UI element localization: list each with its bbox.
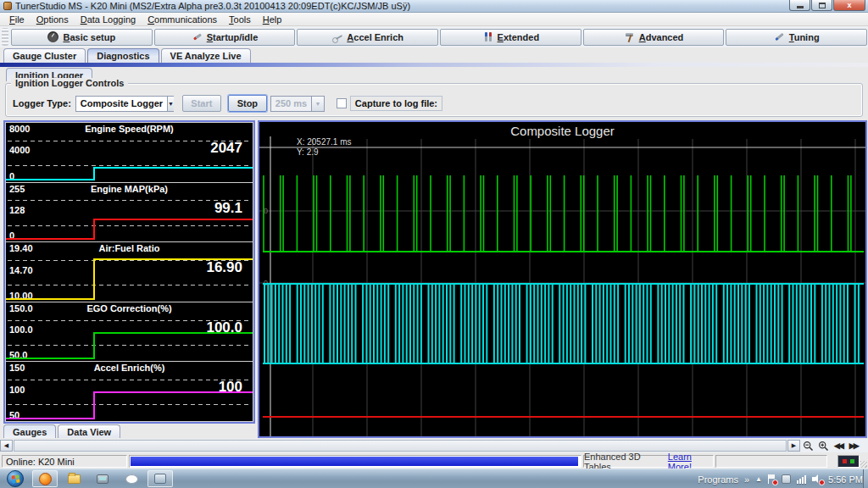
interval-combo[interactable]: 250 ms ▼ [270,96,325,112]
toolbar-button-label: Advanced [639,32,684,42]
tab-gauges[interactable]: Gauges [3,424,56,438]
toolbar-button-extended[interactable]: Extended [440,29,581,46]
trace-baseline [6,179,93,180]
taskbar-button-firefox[interactable] [32,470,58,487]
status-empty-box [715,455,827,468]
gauge-value: 99.1 [214,200,242,217]
group-title: Ignition Logger Controls [11,78,128,88]
minimize-button[interactable] [789,0,810,11]
series-tach-pulses [263,175,864,252]
toolbar-button-label: Accel Enrich [347,32,403,42]
taskbar-button-messenger[interactable] [119,470,144,487]
step-forward-icon[interactable]: ▶▶ [849,441,858,450]
status-bar: Online: K20 Mini Enhanced 3D Tables Lear… [0,454,868,469]
toolbar-grip[interactable] [2,28,8,46]
start-button[interactable]: Start [182,95,221,112]
dashed-gridline [8,285,251,286]
dashed-gridline [8,141,251,141]
progress-bar [129,455,581,468]
composite-logger-chart[interactable]: X: 20527.1 msY: 2.900Composite Logger [258,120,867,438]
mute-badge [819,480,825,485]
tab-diagnostics[interactable]: Diagnostics [87,48,159,63]
menu-file[interactable]: File [3,14,31,25]
resize-grip[interactable] [860,461,867,468]
tab-ve-analyze-live[interactable]: VE Analyze Live [161,48,251,63]
scroll-left-icon[interactable]: ◀ [0,440,13,452]
chevron-down-icon[interactable]: ▼ [167,97,174,111]
step-back-icon[interactable]: ◀◀ [834,441,843,450]
programs-label[interactable]: Programs [698,474,738,485]
dashed-gridline [8,404,251,405]
action-center-flag-icon[interactable] [768,474,776,484]
taskbar-button-computer[interactable] [90,470,115,487]
gauge-title: Air:Fuel Ratio [6,243,253,253]
zoom-out-icon[interactable] [801,440,815,452]
menu-data-logging[interactable]: Data Logging [75,14,142,25]
gauge-title: Accel Enrich(%) [6,363,253,373]
toolbar-button-label: Extended [498,32,540,42]
ignition-logger-controls-group: Ignition Logger Controls Logger Type: Co… [5,83,863,117]
folder-icon [68,474,81,484]
chevron-down-icon[interactable]: ▼ [311,97,324,111]
logger-type-value: Composite Logger [76,98,167,108]
network-bars-icon[interactable] [797,474,806,484]
chart-scroll-row: ◀ ▶ ◀◀ ▶▶ [0,439,868,452]
trace-step [93,258,95,300]
toolbar-button-tuning[interactable]: Tuning [726,29,867,46]
close-button[interactable]: x [833,0,865,11]
trace-baseline [6,298,93,300]
gauge-title: EGO Correction(%) [6,303,253,313]
chart-scrollbar[interactable] [14,440,787,452]
promo-box: Enhanced 3D Tables Learn More! [583,455,714,468]
menu-help[interactable]: Help [257,14,288,25]
programs-chevron-icon[interactable]: » [744,474,749,485]
dashed-gridline [8,380,251,380]
start-orb[interactable] [7,470,24,487]
logger-type-combo[interactable]: Composite Logger ▼ [75,96,174,112]
tab-data-view[interactable]: Data View [58,424,120,438]
volume-muted-icon[interactable] [812,474,822,484]
scale-max-label: 19.40 [9,243,33,253]
trace-baseline [6,238,93,240]
trace-step [93,391,95,419]
sub-tabs: Ignition Logger [0,67,868,81]
tuning-wrench-icon [774,31,785,42]
taskbar-button-tunerstudio[interactable] [147,470,173,487]
toolbar-button-advanced[interactable]: Advanced [583,29,725,46]
chart-title: Composite Logger [510,124,615,138]
gauge-accel-enrich-: Accel Enrich(%)15010050100 [5,361,253,422]
trace-baseline [6,358,93,359]
show-hidden-icons[interactable]: ▲ [755,475,762,483]
maximize-button[interactable] [811,0,832,11]
zoom-in-icon[interactable] [816,440,830,452]
menu-communications[interactable]: Communications [142,14,223,25]
computer-icon [97,474,108,484]
scale-max-label: 150.0 [9,303,33,313]
online-status-text: Online: K20 Mini [6,457,75,467]
gauge-ego-correction-: EGO Correction(%)150.0100.050.0100.0 [5,302,253,363]
toolbar-button-accel-enrich[interactable]: Accel Enrich [297,29,438,46]
rx-led [843,459,847,463]
gauge-title: Engine MAP(kPa) [6,184,253,194]
scroll-right-icon[interactable]: ▶ [787,440,800,452]
window-titlebar[interactable]: TunerStudio MS - K20 Mini (MS2/Extra Alp… [0,0,868,13]
toolbar-button-label: Tuning [789,32,820,42]
trace-baseline [6,418,93,419]
gauge-icon [47,31,58,42]
clock[interactable]: 5:56 PM [828,474,863,485]
taskbar-button-explorer[interactable] [61,470,86,487]
dashed-gridline [8,345,251,346]
toolbar-button-startup-idle[interactable]: Startup/idle [154,29,296,46]
tab-gauge-cluster[interactable]: Gauge Cluster [3,48,86,63]
gauge-air-fuel-ratio: Air:Fuel Ratio19.4014.7010.0016.90 [5,241,253,302]
capture-checkbox[interactable] [337,98,347,108]
menu-tools[interactable]: Tools [223,14,257,25]
show-desktop-button[interactable] [863,469,868,488]
toolbar-button-basic-setup[interactable]: Basic setup [11,29,153,46]
stop-button[interactable]: Stop [228,95,267,112]
composite-logger-canvas[interactable]: X: 20527.1 msY: 2.900Composite Logger [259,122,865,436]
program-box-icon[interactable] [782,474,791,484]
gauge-value: 100 [219,379,242,396]
menu-options[interactable]: Options [31,14,75,25]
dashed-gridline [8,225,251,226]
